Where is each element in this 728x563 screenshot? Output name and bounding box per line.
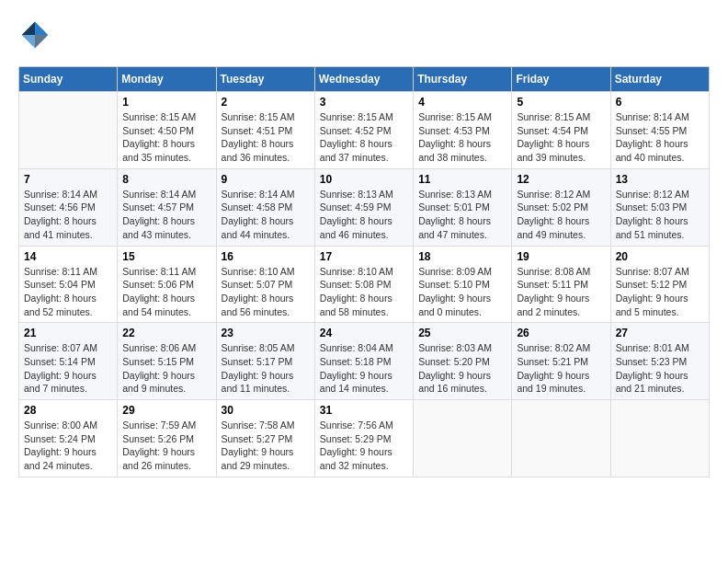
calendar-cell: 15Sunrise: 8:11 AM Sunset: 5:06 PM Dayli… xyxy=(118,246,216,323)
day-number: 7 xyxy=(24,173,112,186)
day-info: Sunrise: 8:14 AM Sunset: 4:57 PM Dayligh… xyxy=(122,188,210,242)
calendar-cell: 9Sunrise: 8:14 AM Sunset: 4:58 PM Daylig… xyxy=(216,168,314,246)
day-number: 27 xyxy=(616,327,704,339)
day-number: 5 xyxy=(517,96,605,109)
day-info: Sunrise: 8:15 AM Sunset: 4:54 PM Dayligh… xyxy=(517,110,605,165)
week-row-5: 28Sunrise: 8:00 AM Sunset: 5:24 PM Dayli… xyxy=(19,400,710,477)
day-number: 23 xyxy=(222,327,310,339)
calendar-cell: 12Sunrise: 8:12 AM Sunset: 5:02 PM Dayli… xyxy=(512,168,610,246)
day-number: 3 xyxy=(320,96,408,109)
calendar-cell: 6Sunrise: 8:14 AM Sunset: 4:55 PM Daylig… xyxy=(610,92,709,169)
day-info: Sunrise: 8:09 AM Sunset: 5:10 PM Dayligh… xyxy=(418,265,506,319)
day-info: Sunrise: 8:13 AM Sunset: 4:59 PM Dayligh… xyxy=(320,188,408,242)
page-header xyxy=(18,18,710,52)
day-number: 19 xyxy=(517,250,605,263)
calendar-cell: 28Sunrise: 8:00 AM Sunset: 5:24 PM Dayli… xyxy=(19,400,118,477)
day-number: 31 xyxy=(320,404,408,417)
day-info: Sunrise: 8:15 AM Sunset: 4:52 PM Dayligh… xyxy=(320,110,408,165)
calendar-cell: 16Sunrise: 8:10 AM Sunset: 5:07 PM Dayli… xyxy=(216,246,314,323)
day-info: Sunrise: 8:07 AM Sunset: 5:14 PM Dayligh… xyxy=(24,341,112,396)
calendar-cell xyxy=(512,400,610,477)
calendar-cell: 11Sunrise: 8:13 AM Sunset: 5:01 PM Dayli… xyxy=(414,168,512,246)
weekday-tuesday: Tuesday xyxy=(216,67,314,92)
calendar-cell: 7Sunrise: 8:14 AM Sunset: 4:56 PM Daylig… xyxy=(19,168,118,246)
day-info: Sunrise: 8:03 AM Sunset: 5:20 PM Dayligh… xyxy=(418,341,506,396)
day-number: 13 xyxy=(616,173,704,186)
day-info: Sunrise: 8:12 AM Sunset: 5:03 PM Dayligh… xyxy=(616,188,704,242)
weekday-header-row: SundayMondayTuesdayWednesdayThursdayFrid… xyxy=(19,67,710,92)
day-info: Sunrise: 8:11 AM Sunset: 5:06 PM Dayligh… xyxy=(122,265,210,319)
day-info: Sunrise: 8:11 AM Sunset: 5:04 PM Dayligh… xyxy=(24,265,112,319)
day-info: Sunrise: 7:59 AM Sunset: 5:26 PM Dayligh… xyxy=(122,419,210,473)
svg-marker-3 xyxy=(35,35,48,48)
calendar-cell: 30Sunrise: 7:58 AM Sunset: 5:27 PM Dayli… xyxy=(216,400,314,477)
day-info: Sunrise: 8:06 AM Sunset: 5:15 PM Dayligh… xyxy=(122,341,210,396)
calendar-cell: 18Sunrise: 8:09 AM Sunset: 5:10 PM Dayli… xyxy=(414,246,512,323)
day-number: 15 xyxy=(122,250,210,263)
day-number: 24 xyxy=(320,327,408,339)
day-info: Sunrise: 8:12 AM Sunset: 5:02 PM Dayligh… xyxy=(517,188,605,242)
calendar-cell: 19Sunrise: 8:08 AM Sunset: 5:11 PM Dayli… xyxy=(512,246,610,323)
day-number: 10 xyxy=(320,173,408,186)
day-number: 20 xyxy=(616,250,704,263)
calendar-cell: 27Sunrise: 8:01 AM Sunset: 5:23 PM Dayli… xyxy=(610,323,709,400)
day-number: 11 xyxy=(418,173,506,186)
day-info: Sunrise: 8:00 AM Sunset: 5:24 PM Dayligh… xyxy=(24,419,112,473)
calendar-cell: 23Sunrise: 8:05 AM Sunset: 5:17 PM Dayli… xyxy=(216,323,314,400)
day-number: 18 xyxy=(418,250,506,263)
week-row-1: 1Sunrise: 8:15 AM Sunset: 4:50 PM Daylig… xyxy=(19,92,710,169)
calendar-cell: 14Sunrise: 8:11 AM Sunset: 5:04 PM Dayli… xyxy=(19,246,118,323)
day-number: 1 xyxy=(122,96,210,109)
calendar-cell: 8Sunrise: 8:14 AM Sunset: 4:57 PM Daylig… xyxy=(118,168,216,246)
week-row-4: 21Sunrise: 8:07 AM Sunset: 5:14 PM Dayli… xyxy=(19,323,710,400)
day-number: 16 xyxy=(222,250,310,263)
day-number: 29 xyxy=(122,404,210,417)
weekday-sunday: Sunday xyxy=(19,67,118,92)
calendar-cell: 20Sunrise: 8:07 AM Sunset: 5:12 PM Dayli… xyxy=(610,246,709,323)
day-info: Sunrise: 8:10 AM Sunset: 5:07 PM Dayligh… xyxy=(222,265,310,319)
calendar-cell: 21Sunrise: 8:07 AM Sunset: 5:14 PM Dayli… xyxy=(19,323,118,400)
day-number: 25 xyxy=(418,327,506,339)
day-number: 28 xyxy=(24,404,112,417)
day-info: Sunrise: 8:14 AM Sunset: 4:58 PM Dayligh… xyxy=(222,188,310,242)
weekday-friday: Friday xyxy=(512,67,610,92)
calendar-table: SundayMondayTuesdayWednesdayThursdayFrid… xyxy=(18,66,710,477)
day-info: Sunrise: 8:13 AM Sunset: 5:01 PM Dayligh… xyxy=(418,188,506,242)
logo-icon xyxy=(18,18,51,52)
calendar-cell: 22Sunrise: 8:06 AM Sunset: 5:15 PM Dayli… xyxy=(118,323,216,400)
calendar-cell: 10Sunrise: 8:13 AM Sunset: 4:59 PM Dayli… xyxy=(314,168,413,246)
day-info: Sunrise: 8:14 AM Sunset: 4:55 PM Dayligh… xyxy=(616,110,704,165)
svg-marker-2 xyxy=(22,35,35,48)
day-info: Sunrise: 8:14 AM Sunset: 4:56 PM Dayligh… xyxy=(24,188,112,242)
day-number: 22 xyxy=(122,327,210,339)
weekday-wednesday: Wednesday xyxy=(314,67,413,92)
calendar-cell: 13Sunrise: 8:12 AM Sunset: 5:03 PM Dayli… xyxy=(610,168,709,246)
day-number: 21 xyxy=(24,327,112,339)
week-row-3: 14Sunrise: 8:11 AM Sunset: 5:04 PM Dayli… xyxy=(19,246,710,323)
day-info: Sunrise: 8:15 AM Sunset: 4:51 PM Dayligh… xyxy=(222,110,310,165)
calendar-cell: 2Sunrise: 8:15 AM Sunset: 4:51 PM Daylig… xyxy=(216,92,314,169)
day-number: 6 xyxy=(616,96,704,109)
weekday-saturday: Saturday xyxy=(610,67,709,92)
day-info: Sunrise: 8:10 AM Sunset: 5:08 PM Dayligh… xyxy=(320,265,408,319)
calendar-cell: 17Sunrise: 8:10 AM Sunset: 5:08 PM Dayli… xyxy=(314,246,413,323)
calendar-cell xyxy=(610,400,709,477)
day-number: 26 xyxy=(517,327,605,339)
day-info: Sunrise: 8:08 AM Sunset: 5:11 PM Dayligh… xyxy=(517,265,605,319)
calendar-body: 1Sunrise: 8:15 AM Sunset: 4:50 PM Daylig… xyxy=(19,92,710,477)
calendar-cell: 4Sunrise: 8:15 AM Sunset: 4:53 PM Daylig… xyxy=(414,92,512,169)
day-info: Sunrise: 8:01 AM Sunset: 5:23 PM Dayligh… xyxy=(616,341,704,396)
calendar-cell: 26Sunrise: 8:02 AM Sunset: 5:21 PM Dayli… xyxy=(512,323,610,400)
day-number: 30 xyxy=(222,404,310,417)
svg-marker-0 xyxy=(35,22,48,35)
calendar-cell: 3Sunrise: 8:15 AM Sunset: 4:52 PM Daylig… xyxy=(314,92,413,169)
day-number: 4 xyxy=(418,96,506,109)
weekday-thursday: Thursday xyxy=(414,67,512,92)
calendar-cell xyxy=(19,92,118,169)
day-info: Sunrise: 8:15 AM Sunset: 4:50 PM Dayligh… xyxy=(122,110,210,165)
day-number: 8 xyxy=(122,173,210,186)
logo xyxy=(18,18,55,52)
calendar-cell xyxy=(414,400,512,477)
day-number: 14 xyxy=(24,250,112,263)
day-number: 12 xyxy=(517,173,605,186)
